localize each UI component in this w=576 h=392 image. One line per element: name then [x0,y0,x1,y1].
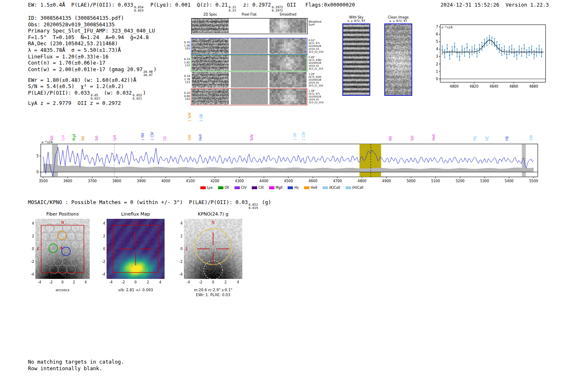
legend-label: (K)CaII [329,186,340,190]
emission-line-label: } SiIV [188,112,192,122]
row-smoothed-image [269,72,307,88]
fiber-circle [49,249,58,257]
row-fiber-weights: 0.10 0.80 103 [179,92,190,101]
y-tick-label: 2 [100,234,105,238]
data-point [511,49,512,50]
clean-image-xy: x, y: 672, 97 [384,19,412,23]
compass-north: N [61,220,64,225]
weighted-2d-spec-image [192,19,229,33]
row-fiber-annotation: 0.99" (673, 938) 20200528 v019_02 323_LL… [309,56,323,70]
x-tick-label: 0 [210,280,216,284]
x-tick-label: 4100 [186,179,195,183]
compass-north: N [134,220,137,225]
footer-notes: No matching targets in catalog.Row inten… [28,359,124,371]
legend-item: Lyα [200,186,213,190]
fiber-circle [71,257,80,266]
kpno-g-overlay: NE [184,219,242,279]
x-tick-label: -2 [120,280,127,284]
elixer-report-page: EW: 1.5±0.4Å P(LAE)/P(OII): 0.0330.0540.… [0,0,576,392]
y-tick-label: 5 [37,154,39,158]
row-pixel-flat-image [231,89,268,104]
data-point [519,49,520,51]
legend-swatch [323,186,328,189]
x-tick-label: -2 [48,280,54,284]
x-tick-label: 5500 [529,179,538,183]
data-point [457,52,458,53]
x-tick-label: 5300 [480,179,489,183]
fiber-circle [67,249,76,257]
row-fiber-weights: 0.35 1.08 103 [179,41,190,51]
legend-label: MgII [276,186,283,190]
compass-east: E [108,247,111,251]
data-point [452,50,453,51]
fiber-positions-overlay: NE [35,219,90,279]
compass-east: E [37,247,39,251]
x-tick-label: 4 [235,280,241,284]
x-tick-label: 4700 [333,179,342,183]
kpno-g-title: KPNO(24.7) g [184,211,242,217]
row-fiber-annotation: 1.20" (673, 929) 20200528 v019_01 323_LL… [309,72,323,87]
data-point [444,53,445,54]
fiber-circle [71,240,80,249]
row-fiber-weights: 0.14 1.76 123 [179,75,190,84]
legend-swatch [252,186,257,189]
data-point [454,46,455,48]
x-tick-label: 4800 [450,84,459,88]
fiber-circle [45,257,54,266]
y-tick-label: -4 [100,272,105,276]
x-tick-label: -4 [36,280,43,284]
legend-label: CIII [258,186,264,190]
emission-line-label: } OII [293,133,297,141]
y-tick-label: 2 [436,62,438,66]
plot-frame [440,25,546,82]
legend-label: Lyα [207,186,213,190]
y-tick-label: -2 [28,260,34,264]
x-tick-label: 4300 [235,179,244,183]
x-tick-label: 4500 [284,179,293,183]
x-tick-label: 3900 [137,179,146,183]
legend-swatch [235,186,240,189]
row-2d-spec-image [192,55,229,71]
clean-image-panel: Clean Image x, y: 672, 97 [384,16,412,96]
y-tick-label: 0 [37,170,39,174]
x-tick-label: 4880 [529,84,538,88]
x-tick-label: 4 [157,280,164,284]
x-tick-label: 2 [222,280,229,284]
emission-line-label: Hζ [485,137,489,141]
full-spectrum-plot: 3500360037003800390040004100420043004400… [25,141,539,189]
row-smoothed-image [269,89,307,104]
y-tick-label: 2 [177,234,183,238]
spectrum-legend: LyαOIICIVCIIIMgIIHγHeII(K)CaII(H)CaII [25,186,539,190]
data-point [514,52,515,53]
x-tick-label: 5100 [431,179,440,183]
data-point [524,48,525,49]
x-tick-label: 2 [145,280,151,284]
legend-swatch [346,186,351,189]
selected-fiber-green [49,244,58,253]
data-point [504,49,505,51]
data-point [474,49,475,50]
x-tick-label: 3500 [39,179,48,183]
fiber-circle [67,232,76,241]
clean-image [384,23,412,96]
data-point [476,52,478,53]
y-tick-label: 7 [436,25,438,29]
emission-line-label: SiII [50,136,54,141]
data-point [471,50,473,51]
legend-item: CIV [235,186,246,190]
x-tick-label: 4900 [382,179,391,183]
data-point [534,54,535,55]
legend-item: (K)CaII [323,186,340,190]
mosaic-match-line: MOSAIC/KPNO : Possible Matches = 0 (with… [28,199,271,210]
legend-label: HeII [311,186,317,190]
fiber-circle [58,249,67,257]
x-tick-label: 4800 [358,179,367,183]
legend-swatch [304,186,309,189]
data-point [506,54,507,55]
legend-swatch [200,186,206,189]
lineflux-map-panel: Lineflux Map NE s/b: 2.81 +/- 0.093 -4-4… [99,211,173,299]
sup-sub-value: 0.0520.019 [249,203,258,210]
row-smoothed-image [269,55,307,71]
emission-line-label: NV [389,136,393,141]
with-sky-panel: With Sky x, y: 672, 97 [342,16,370,96]
